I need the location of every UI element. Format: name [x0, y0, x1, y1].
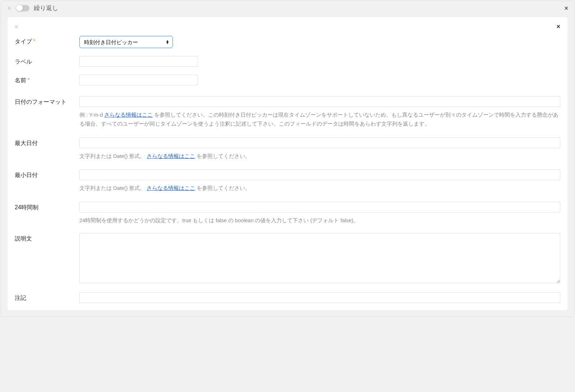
label-input[interactable]: [79, 56, 198, 67]
control-min-date: 文字列または Date() 形式。 さらなる情報はここ を参照してください。: [79, 169, 560, 193]
control-24h: 24時間制を使用するかどうかの設定です。true もしくは false の bo…: [79, 202, 560, 225]
toggle-knob: [16, 4, 23, 11]
close-icon[interactable]: ×: [556, 23, 560, 31]
help-date-format: 例 : Y-m-d さらなる情報はここ を参照してください。この時刻付き日付ピッ…: [79, 111, 560, 129]
help-24h: 24時間制を使用するかどうかの設定です。true もしくは false の bo…: [79, 216, 560, 225]
control-type: 時刻付き日付ピッカー ▲▼: [79, 36, 560, 48]
label-label: ラベル: [15, 56, 79, 66]
label-min-date: 最小日付: [15, 169, 79, 179]
drag-handle-icon[interactable]: ≡: [15, 24, 18, 30]
note-input[interactable]: [79, 292, 560, 303]
label-24h: 24時間制: [15, 202, 79, 212]
label-description: 説明文: [15, 233, 79, 243]
row-type: タイプ* 時刻付き日付ピッカー ▲▼: [15, 36, 560, 48]
help-maxdate-suffix: を参照してください。: [195, 153, 250, 159]
control-note: [79, 292, 560, 303]
row-label: ラベル: [15, 56, 560, 67]
more-info-link[interactable]: さらなる情報はここ: [147, 185, 195, 191]
repeater-panel: ≡ 繰り返し × ≡ × タイプ* 時刻付き日付ピッカー ▲▼: [1, 1, 574, 317]
help-mindate-suffix: を参照してください。: [195, 185, 250, 191]
repeater-title: 繰り返し: [34, 4, 58, 12]
control-date-format: 例 : Y-m-d さらなる情報はここ を参照してください。この時刻付き日付ピッ…: [79, 96, 560, 129]
row-description: 説明文: [15, 233, 560, 284]
help-maxdate-prefix: 文字列または Date() 形式。: [79, 153, 147, 159]
label-date-format: 日付のフォーマット: [15, 96, 79, 106]
row-min-date: 最小日付 文字列または Date() 形式。 さらなる情報はここ を参照してくだ…: [15, 169, 560, 193]
control-name: [79, 75, 560, 85]
time-24h-input[interactable]: [79, 202, 560, 213]
more-info-link[interactable]: さらなる情報はここ: [147, 153, 195, 159]
date-format-input[interactable]: [79, 96, 560, 107]
inner-header: ≡ ×: [15, 23, 560, 31]
help-max-date: 文字列または Date() 形式。 さらなる情報はここ を参照してください。: [79, 152, 560, 161]
control-max-date: 文字列または Date() 形式。 さらなる情報はここ を参照してください。: [79, 137, 560, 161]
drag-handle-icon[interactable]: ≡: [8, 5, 11, 11]
help-min-date: 文字列または Date() 形式。 さらなる情報はここ を参照してください。: [79, 184, 560, 193]
control-label: [79, 56, 560, 67]
repeat-toggle[interactable]: [17, 5, 29, 11]
label-note: 注記: [15, 292, 79, 302]
description-textarea[interactable]: [79, 233, 560, 283]
required-mark: *: [33, 38, 35, 44]
label-type: タイプ*: [15, 36, 79, 46]
label-type-text: タイプ: [15, 38, 32, 45]
row-note: 注記: [15, 292, 560, 303]
row-date-format: 日付のフォーマット 例 : Y-m-d さらなる情報はここ を参照してください。…: [15, 96, 560, 129]
repeater-header: ≡ 繰り返し ×: [1, 1, 574, 14]
type-select-wrap: 時刻付き日付ピッカー ▲▼: [79, 36, 173, 48]
close-icon[interactable]: ×: [564, 5, 568, 12]
help-mindate-prefix: 文字列または Date() 形式。: [79, 185, 147, 191]
label-name: 名前*: [15, 75, 79, 85]
min-date-input[interactable]: [79, 169, 560, 180]
label-name-text: 名前: [15, 77, 26, 83]
help-format-prefix: 例 : Y-m-d: [79, 112, 104, 118]
type-select[interactable]: 時刻付き日付ピッカー: [79, 36, 173, 48]
more-info-link[interactable]: さらなる情報はここ: [104, 112, 153, 118]
row-max-date: 最大日付 文字列または Date() 形式。 さらなる情報はここ を参照してくだ…: [15, 137, 560, 161]
control-description: [79, 233, 560, 284]
row-name: 名前*: [15, 75, 560, 85]
field-settings-panel: ≡ × タイプ* 時刻付き日付ピッカー ▲▼ ラベル: [8, 17, 567, 310]
required-mark: *: [28, 77, 29, 83]
name-input[interactable]: [79, 75, 198, 85]
row-24h: 24時間制 24時間制を使用するかどうかの設定です。true もしくは fals…: [15, 202, 560, 225]
max-date-input[interactable]: [79, 137, 560, 148]
label-max-date: 最大日付: [15, 137, 79, 148]
